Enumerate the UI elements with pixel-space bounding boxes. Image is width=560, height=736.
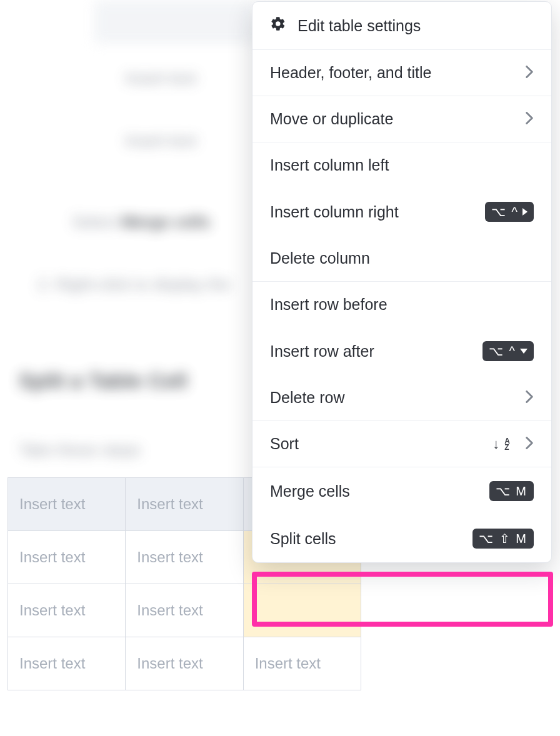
keyboard-shortcut: ⌥ ^ bbox=[485, 202, 534, 222]
menu-label: Edit table settings bbox=[298, 17, 534, 35]
menu-label: Merge cells bbox=[270, 482, 489, 500]
table-context-menu: Edit table settings Header, footer, and … bbox=[252, 1, 552, 563]
menu-delete-row[interactable]: Delete row bbox=[252, 375, 551, 420]
table-cell[interactable]: Insert text bbox=[8, 637, 126, 690]
menu-label: Move or duplicate bbox=[270, 110, 525, 128]
table-cell[interactable]: Insert text bbox=[126, 531, 243, 584]
sort-az-icon: ↓AZ bbox=[492, 436, 510, 452]
menu-header-footer-title[interactable]: Header, footer, and title bbox=[252, 50, 551, 96]
table-cell-selected[interactable] bbox=[243, 584, 361, 637]
menu-label: Insert row before bbox=[270, 296, 534, 314]
table-cell[interactable]: Insert text bbox=[8, 531, 126, 584]
menu-delete-column[interactable]: Delete column bbox=[252, 236, 551, 281]
menu-label: Sort bbox=[270, 435, 492, 453]
menu-label: Delete row bbox=[270, 389, 525, 407]
table-cell[interactable]: Insert text bbox=[243, 637, 361, 690]
menu-insert-column-left[interactable]: Insert column left bbox=[252, 142, 551, 188]
menu-merge-cells[interactable]: Merge cells ⌥ M bbox=[252, 467, 551, 515]
table-header-cell[interactable]: Insert text bbox=[126, 478, 243, 531]
chevron-right-icon bbox=[525, 110, 534, 128]
keyboard-shortcut: ⌥ ^ bbox=[482, 341, 534, 361]
menu-label: Insert column left bbox=[270, 156, 534, 174]
keyboard-shortcut: ⌥ ⇧ M bbox=[472, 529, 534, 549]
chevron-right-icon bbox=[525, 435, 534, 453]
menu-label: Insert column right bbox=[270, 203, 485, 221]
chevron-right-icon bbox=[525, 389, 534, 407]
table-cell[interactable]: Insert text bbox=[8, 584, 126, 637]
menu-label: Insert row after bbox=[270, 342, 482, 361]
menu-label: Delete column bbox=[270, 249, 534, 267]
menu-split-cells[interactable]: Split cells ⌥ ⇧ M bbox=[252, 515, 551, 562]
menu-move-or-duplicate[interactable]: Move or duplicate bbox=[252, 96, 551, 142]
menu-sort[interactable]: Sort ↓AZ bbox=[252, 421, 551, 467]
table-header-cell[interactable]: Insert text bbox=[8, 478, 126, 531]
keyboard-shortcut: ⌥ M bbox=[489, 481, 534, 501]
chevron-right-icon bbox=[525, 64, 534, 82]
gear-icon bbox=[270, 16, 286, 36]
menu-insert-row-after[interactable]: Insert row after ⌥ ^ bbox=[252, 327, 551, 375]
table-cell[interactable]: Insert text bbox=[126, 584, 243, 637]
menu-label: Split cells bbox=[270, 530, 472, 548]
menu-label: Header, footer, and title bbox=[270, 64, 525, 82]
menu-edit-table-settings[interactable]: Edit table settings bbox=[252, 2, 551, 49]
menu-insert-column-right[interactable]: Insert column right ⌥ ^ bbox=[252, 188, 551, 236]
menu-insert-row-before[interactable]: Insert row before bbox=[252, 282, 551, 327]
table-cell[interactable]: Insert text bbox=[126, 637, 243, 690]
